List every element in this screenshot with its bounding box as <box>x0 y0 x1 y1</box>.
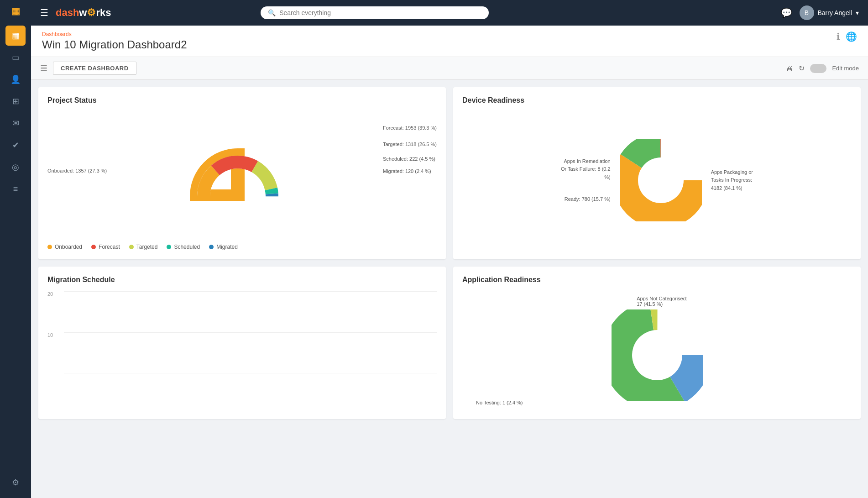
topnav-right: 💬 B Barry Angell ▾ <box>781 5 859 20</box>
toolbar-right: 🖨 ↻ Edit mode <box>786 64 859 73</box>
app-readiness-chart-area: Apps Not Categorised:17 (41.5 %) <box>462 291 852 410</box>
sidebar-item-mail[interactable]: ✉ <box>5 113 26 133</box>
device-label-ready: Ready: 780 (15.7 %) <box>561 195 611 204</box>
page-title: Win 10 Migration Dashboard2 <box>42 38 187 51</box>
dashboard-content: Project Status Onboarded: 1357 (27.3 %) <box>31 80 868 498</box>
svg-point-9 <box>638 157 684 203</box>
legend-dot-forecast <box>91 245 96 249</box>
edit-mode-label: Edit mode <box>832 65 859 72</box>
breadcrumb[interactable]: Dashboards <box>42 31 187 37</box>
sidebar-item-grid[interactable]: ⊞ <box>5 91 26 111</box>
app-label-not-cat: Apps Not Categorised:17 (41.5 %) <box>637 296 687 307</box>
legend-dot-targeted <box>129 245 134 249</box>
legend-dot-migrated <box>209 245 214 249</box>
messages-icon[interactable]: 💬 <box>781 7 792 18</box>
legend-onboarded: Onboarded <box>47 244 82 250</box>
label-scheduled: Scheduled: 222 (4.5 %) <box>383 155 437 164</box>
sidebar-item-list[interactable]: ≡ <box>5 179 26 199</box>
legend-dot-scheduled <box>167 245 171 249</box>
device-labels-right: Apps Packaging orTasks In Progress:4182 … <box>711 168 753 193</box>
user-name: Barry Angell <box>818 9 852 16</box>
info-icon[interactable]: ℹ <box>837 31 840 42</box>
create-dashboard-button[interactable]: CREATE DASHBOARD <box>53 62 136 75</box>
gridline-10 <box>64 332 437 333</box>
toolbar-menu-icon[interactable]: ☰ <box>40 63 47 73</box>
print-icon[interactable]: 🖨 <box>786 64 793 73</box>
globe-icon[interactable]: 🌐 <box>846 31 857 42</box>
migration-chart-area: 20 10 <box>47 291 437 383</box>
header-icons: ℹ 🌐 <box>837 31 857 42</box>
label-migrated: Migrated: 120 (2.4 %) <box>383 167 437 176</box>
device-readiness-card: Device Readiness Apps In RemediationOr T… <box>453 87 861 259</box>
logo-dash: dash <box>56 7 79 18</box>
device-label-packaging: Apps Packaging orTasks In Progress:4182 … <box>711 168 753 193</box>
logo-works: w⚙rks <box>79 7 111 18</box>
avatar: B <box>800 5 814 20</box>
search-input[interactable] <box>279 9 481 16</box>
dashboard-grid: Project Status Onboarded: 1357 (27.3 %) <box>38 87 861 419</box>
toolbar: ☰ CREATE DASHBOARD 🖨 ↻ Edit mode <box>31 57 868 80</box>
page-header-row: Dashboards Win 10 Migration Dashboard2 ℹ… <box>42 31 857 51</box>
project-status-chart <box>188 142 288 201</box>
page-header: Dashboards Win 10 Migration Dashboard2 ℹ… <box>31 26 868 57</box>
sidebar: ▦ ▦ ▭ 👤 ⊞ ✉ ✔ ◎ ≡ ⚙ <box>0 0 31 498</box>
app-readiness-title: Application Readiness <box>462 276 852 284</box>
sidebar-item-settings[interactable]: ⚙ <box>5 472 26 493</box>
chart-grid <box>64 291 437 373</box>
sidebar-logo: ▦ <box>11 5 20 16</box>
labels-right: Forecast: 1953 (39.3 %) Targeted: 1318 (… <box>383 124 437 176</box>
sidebar-item-tasks[interactable]: ✔ <box>5 135 26 155</box>
legend-scheduled: Scheduled <box>167 244 200 250</box>
sidebar-item-dashboard[interactable]: ▦ <box>5 26 26 46</box>
label-onboarded: Onboarded: 1357 (27.3 %) <box>47 168 107 173</box>
search-bar[interactable]: 🔍 <box>261 6 489 19</box>
app-label-no-test: No Testing: 1 (2.4 %) <box>476 400 523 405</box>
project-status-legend: Onboarded Forecast Targeted Scheduled <box>47 238 437 250</box>
migration-schedule-card: Migration Schedule 20 10 <box>38 267 446 419</box>
user-info[interactable]: B Barry Angell ▾ <box>800 5 859 20</box>
hamburger-icon[interactable]: ☰ <box>40 7 48 18</box>
device-labels-left: Apps In RemediationOr Task Failure: 8 (0… <box>561 157 611 203</box>
device-readiness-chart <box>620 139 702 221</box>
y-axis: 20 10 <box>47 291 53 383</box>
sidebar-item-user[interactable]: 👤 <box>5 69 26 89</box>
project-status-card: Project Status Onboarded: 1357 (27.3 %) <box>38 87 446 259</box>
gridline-20 <box>64 291 437 292</box>
legend-forecast: Forecast <box>91 244 120 250</box>
refresh-icon[interactable]: ↻ <box>799 64 805 73</box>
legend-dot-onboarded <box>47 245 52 249</box>
svg-point-13 <box>632 330 682 380</box>
label-forecast: Forecast: 1953 (39.3 %) <box>383 124 437 133</box>
header-left: Dashboards Win 10 Migration Dashboard2 <box>42 31 187 51</box>
legend-targeted: Targeted <box>129 244 158 250</box>
edit-mode-toggle[interactable] <box>810 64 826 73</box>
device-label-remediation: Apps In RemediationOr Task Failure: 8 (0… <box>561 157 611 182</box>
sidebar-item-compass[interactable]: ◎ <box>5 157 26 177</box>
app-readiness-chart <box>612 309 703 401</box>
search-icon: 🔍 <box>268 9 276 16</box>
sidebar-item-monitor[interactable]: ▭ <box>5 47 26 68</box>
label-targeted: Targeted: 1318 (26.5 %) <box>383 140 437 149</box>
legend-migrated: Migrated <box>209 244 238 250</box>
gridline-0 <box>64 373 437 373</box>
top-navigation: ☰ dashw⚙rks 🔍 💬 B Barry Angell ▾ <box>31 0 868 26</box>
logo-icon: ▦ <box>11 6 20 16</box>
main-content: ☰ dashw⚙rks 🔍 💬 B Barry Angell ▾ Dashboa… <box>31 0 868 498</box>
device-readiness-title: Device Readiness <box>462 96 852 105</box>
app-logo: dashw⚙rks <box>56 7 111 19</box>
chevron-down-icon: ▾ <box>856 9 859 16</box>
project-status-title: Project Status <box>47 96 437 105</box>
migration-schedule-title: Migration Schedule <box>47 276 437 284</box>
app-readiness-card: Application Readiness Apps Not Categoris… <box>453 267 861 419</box>
